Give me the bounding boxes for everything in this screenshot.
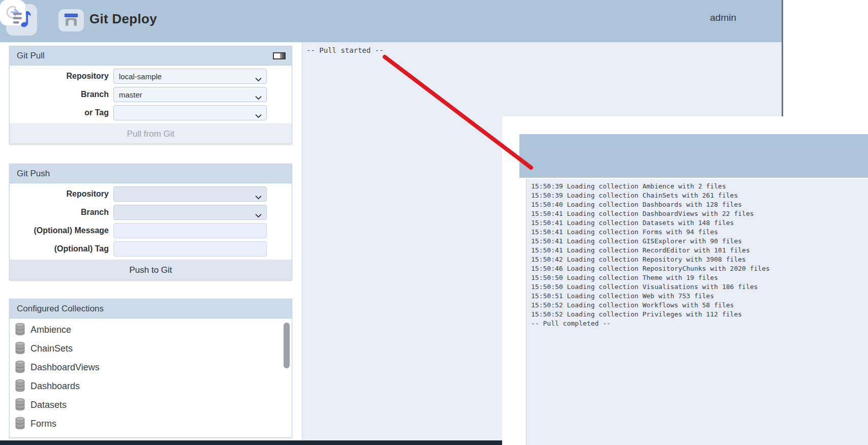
page-title: Git Deploy <box>89 11 157 27</box>
git-push-panel: Git Push Repository Branch (Optional) Me… <box>9 164 292 280</box>
pull-branch-value: master <box>119 90 142 99</box>
optional-tag-label: (Optional) Tag <box>10 244 113 253</box>
git-pull-panel: Git Pull Repository local-sample Branch … <box>9 46 292 144</box>
database-icon <box>15 417 25 432</box>
window-bottom-edge <box>0 440 502 445</box>
chevron-down-icon <box>255 211 262 219</box>
git-push-title: Git Push <box>17 169 50 179</box>
collection-item[interactable]: ChainSets <box>10 339 292 358</box>
database-icon <box>15 379 25 394</box>
inset-log-line: 15:50:52 Loading collection Workflows wi… <box>531 301 868 310</box>
database-icon <box>15 398 25 413</box>
tag-input[interactable] <box>113 241 267 257</box>
collections-title: Configured Collections <box>17 304 104 314</box>
collection-label: Forms <box>30 419 56 429</box>
collections-scrollbar-thumb[interactable] <box>284 323 290 368</box>
pull-branch-select[interactable]: master <box>113 87 267 102</box>
message-input[interactable] <box>113 223 267 238</box>
menu-button[interactable] <box>6 4 37 36</box>
configured-collections-panel: Configured Collections Ambience ChainSet… <box>9 299 292 438</box>
git-push-header: Git Push <box>10 164 292 183</box>
inset-log-line: -- Pull completed -- <box>531 319 868 328</box>
collection-item[interactable]: DashboardViews <box>10 358 292 377</box>
collections-list: Ambience ChainSets DashboardViews Dashbo… <box>10 319 292 438</box>
database-icon <box>15 341 25 357</box>
inset-log-line: 15:50:39 Loading collection ChainSets wi… <box>531 191 868 200</box>
push-repository-label: Repository <box>10 189 113 199</box>
chevron-down-icon <box>255 111 262 120</box>
push-to-git-button[interactable]: Push to Git <box>10 260 292 280</box>
inset-log-line: 15:50:41 Loading collection RecordEditor… <box>531 246 868 255</box>
collection-label: ChainSets <box>30 343 73 354</box>
chevron-down-icon <box>255 75 262 83</box>
arch-icon <box>64 12 79 29</box>
database-icon <box>15 323 25 338</box>
inset-screenshot-overlay: 15:50:39 Loading collection Ambience wit… <box>502 116 868 445</box>
app-logo-button[interactable] <box>58 9 84 31</box>
collection-label: Datasets <box>30 400 67 410</box>
inset-log-line: 15:50:52 Loading collection Privileges w… <box>531 310 868 319</box>
header-bar: Git Deploy admin <box>0 0 782 42</box>
repository-label: Repository <box>10 72 113 81</box>
inset-log-line: 15:50:41 Loading collection DashboardVie… <box>531 209 868 218</box>
push-repository-select[interactable] <box>113 186 267 202</box>
music-playlist-icon <box>12 9 32 31</box>
chevron-down-icon <box>255 93 262 102</box>
inset-log-line: 15:50:50 Loading collection Visualisatio… <box>531 282 868 292</box>
branch-label: Branch <box>10 90 113 99</box>
inset-log-line: 15:50:42 Loading collection Repository w… <box>531 255 868 264</box>
pull-tag-select[interactable] <box>113 105 267 120</box>
push-branch-label: Branch <box>10 208 113 217</box>
git-pull-title: Git Pull <box>17 51 45 61</box>
inset-log-line: 15:50:46 Loading collection RepositoryCh… <box>531 264 868 273</box>
inset-log-line: 15:50:51 Loading collection Web with 753… <box>531 292 868 301</box>
inset-log-line: 15:50:40 Loading collection Dashboards w… <box>531 200 868 209</box>
chevron-down-icon <box>255 193 262 201</box>
log-line-pull-started: -- Pull started -- <box>306 46 782 54</box>
pull-repository-value: local-sample <box>119 72 162 81</box>
collection-item[interactable]: Dashboards <box>10 377 292 396</box>
collections-header: Configured Collections <box>10 299 292 319</box>
window-collapse-icon[interactable] <box>273 52 286 59</box>
or-tag-label: or Tag <box>10 108 113 117</box>
collection-label: DashboardViews <box>30 362 100 373</box>
collection-label: Ambience <box>30 325 71 335</box>
collection-item[interactable]: Datasets <box>10 396 292 415</box>
inset-log-line: 15:50:41 Loading collection Datasets wit… <box>531 218 868 228</box>
git-pull-header: Git Pull <box>10 46 292 66</box>
inset-log-pane: 15:50:39 Loading collection Ambience wit… <box>526 179 868 445</box>
pull-from-git-button[interactable]: Pull from Git <box>10 123 292 144</box>
push-branch-select[interactable] <box>113 205 267 220</box>
collection-item[interactable]: Ambience <box>10 321 292 339</box>
inset-log-line: 15:50:41 Loading collection Forms with 9… <box>531 228 868 237</box>
inset-header-bar <box>519 134 868 178</box>
database-icon <box>15 360 25 375</box>
pull-repository-select[interactable]: local-sample <box>113 69 267 84</box>
inset-log-line: 15:50:39 Loading collection Ambience wit… <box>531 182 868 191</box>
inset-log-line: 15:50:41 Loading collection GISExplorer … <box>531 237 868 246</box>
inset-log-line: 15:50:50 Loading collection Theme with 1… <box>531 273 868 282</box>
username-label: admin <box>710 12 742 23</box>
collection-label: Dashboards <box>30 381 80 392</box>
collection-item[interactable]: Forms <box>10 415 292 433</box>
optional-message-label: (Optional) Message <box>10 226 113 235</box>
